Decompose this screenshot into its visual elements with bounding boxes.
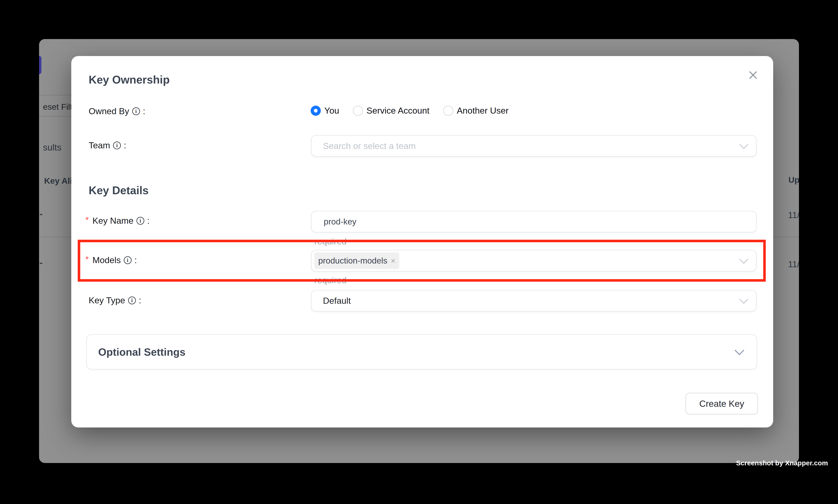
table-cell-updated-row2: 11/ xyxy=(788,259,799,269)
models-select[interactable]: production-models × xyxy=(311,250,756,271)
radio-option-you[interactable]: You xyxy=(310,106,339,116)
key-type-select[interactable]: Default xyxy=(311,290,756,311)
selected-model-tag-label: production-models xyxy=(318,256,387,266)
table-cell-key-alias-row1: - xyxy=(39,208,43,219)
results-count-partial: sults xyxy=(43,142,61,152)
selected-model-tag: production-models × xyxy=(314,252,399,269)
watermark-text: Screenshot by Xnapper.com xyxy=(736,459,828,467)
close-icon[interactable] xyxy=(746,69,760,82)
optional-settings-title: Optional Settings xyxy=(98,346,185,358)
info-icon xyxy=(113,142,121,149)
info-icon xyxy=(132,107,140,115)
label-colon: : xyxy=(139,295,141,305)
chevron-down-icon xyxy=(739,140,748,149)
radio-unchecked-icon[interactable] xyxy=(353,106,363,116)
radio-option-service-account[interactable]: Service Account xyxy=(353,106,430,116)
owned-by-label-text: Owned By xyxy=(89,106,129,116)
key-name-input[interactable]: prod-key xyxy=(311,211,756,233)
key-details-title: Key Details xyxy=(89,184,148,197)
key-type-value: Default xyxy=(323,296,351,306)
label-colon: : xyxy=(143,106,145,116)
radio-option-another-user[interactable]: Another User xyxy=(443,106,509,116)
info-icon xyxy=(137,217,144,225)
optional-settings-header[interactable]: Optional Settings xyxy=(86,334,757,370)
chevron-down-icon xyxy=(739,295,748,304)
key-name-label-text: Key Name xyxy=(92,216,133,226)
models-label: * Models : xyxy=(85,255,137,265)
table-cell-key-alias-row2: - xyxy=(39,257,43,268)
radio-label: Service Account xyxy=(367,106,430,116)
required-asterisk: * xyxy=(85,215,89,225)
models-validation-text: required xyxy=(314,275,346,285)
radio-checked-icon[interactable] xyxy=(310,106,321,116)
info-icon xyxy=(124,256,131,264)
reset-filters-button-top-border xyxy=(39,95,71,95)
owned-by-radio-group: You Service Account Another User xyxy=(310,105,509,116)
key-type-label-text: Key Type xyxy=(89,295,125,305)
chevron-down-icon xyxy=(734,345,745,355)
create-key-modal: Key Ownership Owned By : You Service Acc… xyxy=(71,56,773,428)
column-header-updated: Up xyxy=(788,175,799,185)
models-label-text: Models xyxy=(92,255,121,265)
team-select[interactable]: Search or select a team xyxy=(311,135,756,157)
modal-title: Key Ownership xyxy=(89,73,170,86)
table-cell-updated-row1: 11/ xyxy=(788,210,799,220)
info-icon xyxy=(128,296,136,304)
reset-filters-button-bottom-border xyxy=(39,116,71,116)
key-name-value: prod-key xyxy=(324,217,356,227)
table-row-divider-left xyxy=(39,237,71,237)
label-colon: : xyxy=(135,255,137,265)
team-select-placeholder: Search or select a team xyxy=(323,141,416,151)
table-row-divider-right xyxy=(773,237,799,237)
label-colon: : xyxy=(147,216,150,226)
key-name-label: * Key Name : xyxy=(85,216,149,226)
reset-filters-button-partial: eset Filt xyxy=(43,102,72,112)
key-type-label: Key Type : xyxy=(89,295,141,305)
radio-unchecked-icon[interactable] xyxy=(443,106,453,116)
remove-tag-icon[interactable]: × xyxy=(391,257,395,265)
team-label-text: Team xyxy=(89,140,110,150)
screenshot-canvas: eset Filt sults Key Alia - - Up 11/ 11/ … xyxy=(0,0,838,504)
create-key-button-fragment xyxy=(39,56,41,74)
radio-label: Another User xyxy=(457,106,509,116)
label-colon: : xyxy=(124,140,126,150)
required-asterisk: * xyxy=(85,254,89,265)
chevron-down-icon xyxy=(739,255,748,264)
owned-by-label: Owned By : xyxy=(89,106,145,116)
radio-label: You xyxy=(324,106,339,116)
team-label: Team : xyxy=(89,140,126,150)
key-name-validation-text: required xyxy=(314,236,346,247)
create-key-button[interactable]: Create Key xyxy=(685,393,758,414)
